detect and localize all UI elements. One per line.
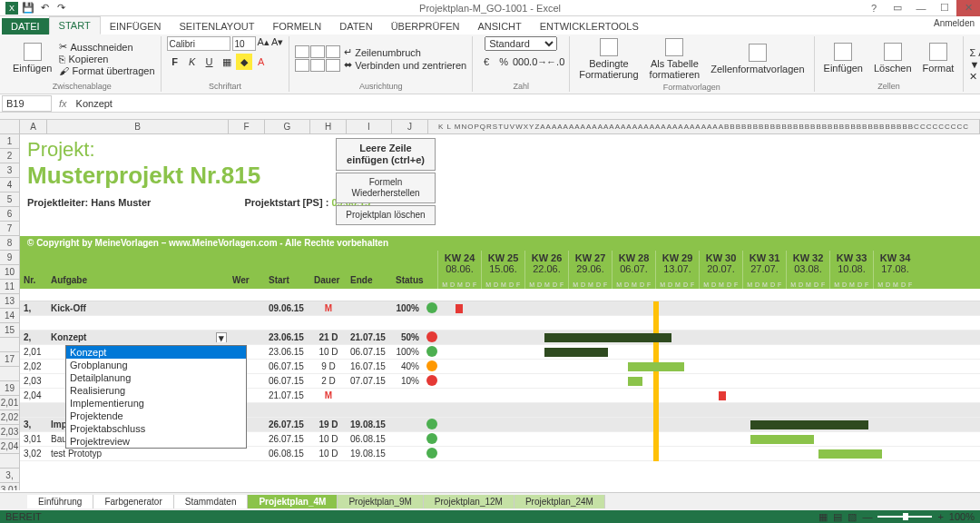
row-header[interactable]: 3, <box>0 469 19 483</box>
border-button[interactable]: ▦ <box>219 54 235 70</box>
row-header[interactable]: 9 <box>0 251 19 265</box>
row-header[interactable]: 14 <box>0 309 19 323</box>
dropdown-item[interactable]: Projektende <box>66 410 246 422</box>
task-row[interactable] <box>20 316 980 331</box>
undo-icon[interactable]: ↶ <box>38 2 51 15</box>
row-header[interactable]: 6 <box>0 207 19 222</box>
filter-row[interactable] <box>20 289 980 301</box>
col-rest[interactable]: K L MNOPQRSTUVWXYZAAAAAAAAAAAAAAAAAAAAAA… <box>428 120 980 133</box>
row-header[interactable]: 2,03 <box>0 425 19 439</box>
col-j[interactable]: J <box>392 120 428 133</box>
tab-farbgenerator[interactable]: Farbgenerator <box>93 495 173 508</box>
row-header[interactable]: 3,01 <box>0 483 19 490</box>
tab-data[interactable]: DATEN <box>330 18 381 35</box>
row-header[interactable]: 5 <box>0 192 19 207</box>
currency-icon[interactable]: € <box>478 54 495 70</box>
tab-projektplan-9m[interactable]: Projektplan_9M <box>338 495 423 508</box>
dropdown-item[interactable]: Detailplanung <box>66 371 246 384</box>
row-header[interactable]: 2,04 <box>0 439 19 454</box>
tab-start[interactable]: START <box>49 16 101 35</box>
row-header[interactable] <box>0 338 19 352</box>
fill-button[interactable]: ▼ Füllbereich <box>969 59 980 70</box>
percent-icon[interactable]: % <box>495 54 512 70</box>
clear-button[interactable]: ✕ Löschen <box>969 71 980 83</box>
row-header[interactable]: 4 <box>0 178 19 192</box>
view-break-icon[interactable]: ▧ <box>848 511 857 523</box>
row-header[interactable]: 10 <box>0 265 19 280</box>
maximize-icon[interactable]: ☐ <box>933 0 956 16</box>
dropdown-item[interactable]: Projektabschluss <box>66 422 246 435</box>
row-header[interactable]: 3 <box>0 163 19 178</box>
fill-color-button[interactable]: ◆ <box>236 54 252 70</box>
insert-row-button[interactable]: Leere Zeile einfügen (ctrl+e) <box>336 138 436 171</box>
paste-button[interactable]: Einfügen <box>9 41 55 75</box>
tab-insert[interactable]: EINFÜGEN <box>101 18 171 35</box>
dropdown-item[interactable]: Realisierung <box>66 384 246 397</box>
sheet-content[interactable]: Projekt: Musterprojekt Nr.815 Projektlei… <box>20 134 980 490</box>
autosum-button[interactable]: Σ AutoSumme <box>969 47 980 58</box>
tab-developer[interactable]: ENTWICKLERTOOLS <box>531 18 648 35</box>
task-row[interactable]: 1,Kick-Off09.06.15M100% <box>20 301 980 316</box>
number-format-select[interactable]: Standard <box>485 36 557 51</box>
zoom-slider[interactable] <box>877 516 932 518</box>
col-a[interactable]: A <box>20 120 47 133</box>
ribbon-toggle-icon[interactable]: ▭ <box>886 0 909 16</box>
format-table-button[interactable]: Als Tabelle formatieren <box>646 36 704 82</box>
col-ende[interactable]: Ende <box>347 275 392 285</box>
tab-einfuehrung[interactable]: Einführung <box>27 495 93 508</box>
dropdown-item[interactable]: Implementierung <box>66 397 246 410</box>
dropdown-item[interactable]: Grobplanung <box>66 359 246 371</box>
row-header[interactable]: 11 <box>0 280 19 294</box>
row-header[interactable]: 2 <box>0 149 19 163</box>
task-row[interactable]: 2,Konzept▾23.06.1521 D21.07.1550%Konzept… <box>20 331 980 345</box>
font-name-input[interactable] <box>167 36 230 51</box>
col-i[interactable]: I <box>347 120 392 133</box>
underline-button[interactable]: U <box>201 54 218 70</box>
row-header[interactable]: 19 <box>0 381 19 396</box>
row-header[interactable]: 17 <box>0 352 19 367</box>
signin-link[interactable]: Anmelden <box>934 18 975 28</box>
col-h[interactable]: H <box>310 120 347 133</box>
conditional-format-button[interactable]: Bedingte Formatierung <box>575 36 642 82</box>
row-header[interactable]: 1 <box>0 134 19 149</box>
zoom-controls[interactable]: ▦ ▤ ▧ —+ 100% <box>818 511 975 523</box>
alignment-buttons[interactable] <box>295 45 340 72</box>
select-all-corner[interactable] <box>0 120 20 133</box>
cell-styles-button[interactable]: Zellenformatvorlagen <box>707 42 808 76</box>
decrease-decimal-icon[interactable]: ←.0 <box>547 54 564 70</box>
col-wer[interactable]: Wer <box>229 275 265 285</box>
tab-projektplan-24m[interactable]: Projektplan_24M <box>514 495 605 508</box>
task-dropdown[interactable]: KonzeptGrobplanungDetailplanungRealisier… <box>65 345 247 449</box>
dropdown-item[interactable]: Konzept <box>66 346 246 359</box>
col-g[interactable]: G <box>265 120 310 133</box>
delete-plan-button[interactable]: Projektplan löschen <box>336 205 436 225</box>
decrease-font-icon[interactable]: A▾ <box>271 36 283 51</box>
bold-button[interactable]: F <box>167 54 183 70</box>
col-aufgabe[interactable]: Aufgabe <box>47 275 229 285</box>
help-icon[interactable]: ? <box>862 0 886 16</box>
increase-font-icon[interactable]: A▴ <box>258 36 270 51</box>
view-layout-icon[interactable]: ▤ <box>833 511 842 523</box>
tab-stammdaten[interactable]: Stammdaten <box>174 495 249 508</box>
row-header[interactable] <box>0 454 19 469</box>
col-status[interactable]: Status <box>392 275 437 285</box>
comma-icon[interactable]: 000 <box>513 54 529 70</box>
font-size-input[interactable] <box>232 36 256 51</box>
tab-pagelayout[interactable]: SEITENLAYOUT <box>170 18 263 35</box>
col-dauer[interactable]: Dauer <box>310 275 347 285</box>
cut-button[interactable]: ✂ Ausschneiden <box>59 41 154 53</box>
delete-cells-button[interactable]: Löschen <box>870 41 916 75</box>
restore-formulas-button[interactable]: Formeln Wiederherstellen <box>336 173 436 203</box>
tab-view[interactable]: ANSICHT <box>468 18 530 35</box>
row-header[interactable]: 8 <box>0 236 19 251</box>
col-f[interactable]: F <box>229 120 265 133</box>
row-header[interactable]: 13 <box>0 294 19 309</box>
zoom-level[interactable]: 100% <box>949 511 975 522</box>
format-cells-button[interactable]: Format <box>919 41 958 75</box>
tab-formulas[interactable]: FORMELN <box>263 18 330 35</box>
redo-icon[interactable]: ↷ <box>54 2 67 15</box>
minimize-icon[interactable]: — <box>909 0 933 16</box>
fx-icon[interactable]: fx <box>54 98 73 109</box>
tab-projektplan-4m[interactable]: Projektplan_4M <box>248 495 338 508</box>
italic-button[interactable]: K <box>184 54 201 70</box>
